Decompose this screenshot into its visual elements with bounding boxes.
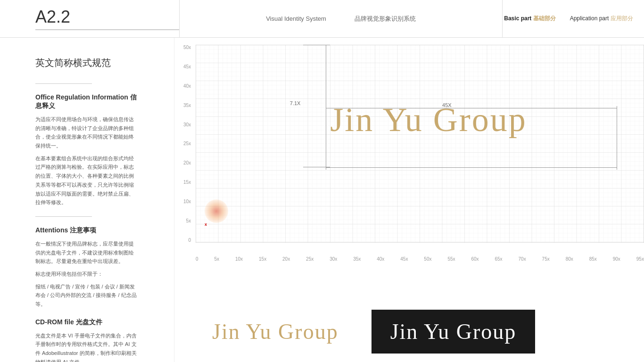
logo-light: Jin Yu Group <box>193 310 357 354</box>
x-label-20: 20x <box>282 256 290 262</box>
x-label-65: 65x <box>495 256 502 262</box>
measure-bottom-line <box>326 167 617 168</box>
heatmap-x-label: x <box>205 222 207 227</box>
chart-logo-text: Jin Yu Group <box>330 100 527 140</box>
sub-section-cdrom: CD-ROM file 光盘文件 光盘文件是本 VI 手册电子文件的集合，内含手… <box>35 318 139 362</box>
x-label-40: 40x <box>377 256 384 262</box>
header-right: Basic part 基础部分 Application part 应用部分 <box>503 15 644 23</box>
y-label-25: 25x <box>183 141 191 146</box>
x-label-45: 45x <box>400 256 408 262</box>
x-label-55: 55x <box>447 256 455 262</box>
header-center: Visual Identity System 品牌视觉形象识别系统 <box>179 0 503 37</box>
x-label-30: 30x <box>330 256 337 262</box>
y-label-5: 5x <box>186 218 191 223</box>
svg-rect-1 <box>196 45 644 243</box>
chart-area: 50x 45x 40x 35x 30x 25x 20x 15x 10x 5x 0 <box>174 38 644 264</box>
x-label-60: 60x <box>471 256 479 262</box>
measure-7x-label: 7.1X <box>290 100 301 106</box>
y-axis: 50x 45x 40x 35x 30x 25x 20x 15x 10x 5x 0 <box>174 45 193 243</box>
measure-7x-bottom-line <box>303 167 330 167</box>
header-title-en: Visual Identity System <box>266 15 326 22</box>
x-label-75: 75x <box>542 256 550 262</box>
logo-dark: Jin Yu Group <box>390 319 517 344</box>
nav-basic[interactable]: Basic part 基础部分 <box>504 15 555 23</box>
sub-section-attentions: Attentions 注意事项 在一般情况下使用品牌标志，应尽量使用提供的光盘电… <box>35 226 139 309</box>
logo-dark-bg: Jin Yu Group <box>372 310 536 354</box>
body-text-1a: 为适应不同使用场合与环境，确保信息传达的清晰与准确，特设计了企业品牌的多种组合，… <box>35 115 139 150</box>
divider-1 <box>35 83 92 84</box>
y-label-45: 45x <box>183 64 191 69</box>
divider-2 <box>35 216 92 217</box>
y-label-10: 10x <box>183 199 191 204</box>
x-label-90: 90x <box>613 256 620 262</box>
x-label-70: 70x <box>519 256 526 262</box>
body-text-2c: 报纸 / 电视广告 / 宣传 / 包装 / 会议 / 新闻发布会 / 公司内外部… <box>35 282 139 309</box>
y-label-40: 40x <box>183 83 191 89</box>
x-label-50: 50x <box>424 256 431 262</box>
header-title-cn: 品牌视觉形象识别系统 <box>355 15 416 23</box>
measure-7x-vert <box>326 45 326 167</box>
body-text-1b: 在基本要素组合系统中出现的组合形式均经过严格的测算与检验。在实际应用中，标志的位… <box>35 154 139 207</box>
measure-7x-top-line <box>303 45 330 45</box>
header-left: A2.2 <box>0 7 179 30</box>
measure-right-vert <box>617 108 617 167</box>
x-label-15: 15x <box>259 256 266 262</box>
x-label-5: 5x <box>214 256 219 262</box>
y-label-30: 30x <box>183 122 191 127</box>
grid-svg <box>196 45 644 243</box>
x-label-25: 25x <box>306 256 314 262</box>
bottom-logos: Jin Yu Group Jin Yu Group <box>174 301 644 362</box>
y-label-20: 20x <box>183 160 191 165</box>
section-title: 英文简称横式规范 <box>35 57 139 69</box>
y-label-15: 15x <box>183 180 191 185</box>
grid-wrapper: x 45X 7.1X Jin Yu Group <box>196 45 644 243</box>
x-label-80: 80x <box>566 256 573 262</box>
x-label-85: 85x <box>589 256 597 262</box>
main-content: 50x 45x 40x 35x 30x 25x 20x 15x 10x 5x 0 <box>174 38 644 362</box>
sidebar: 英文简称横式规范 Office Regulation Information 信… <box>0 38 174 362</box>
page-number: A2.2 <box>35 7 179 30</box>
y-label-35: 35x <box>183 103 191 108</box>
y-label-50: 50x <box>183 45 191 50</box>
sub-title-2: Attentions 注意事项 <box>35 226 139 235</box>
sub-title-3: CD-ROM file 光盘文件 <box>35 318 139 327</box>
sub-title-1: Office Regulation Information 信息释义 <box>35 93 139 110</box>
x-label-0: 0 <box>196 256 198 262</box>
body-text-2b: 标志使用环境包括但不限于： <box>35 270 139 279</box>
x-label-10: 10x <box>235 256 243 262</box>
x-label-35: 35x <box>353 256 361 262</box>
x-label-95: 95x <box>636 256 644 262</box>
nav-application[interactable]: Application part 应用部分 <box>570 15 633 23</box>
header: A2.2 Visual Identity System 品牌视觉形象识别系统 B… <box>0 0 644 38</box>
body-text-2a: 在一般情况下使用品牌标志，应尽量使用提供的光盘电子文件，不建议使用标准制图绘制标… <box>35 239 139 266</box>
heatmap <box>205 199 228 223</box>
x-axis: 0 5x 10x 15x 20x 25x 30x 35x 40x 45x 50x… <box>196 256 644 262</box>
y-label-0: 0 <box>188 238 191 243</box>
body-text-3: 光盘文件是本 VI 手册电子文件的集合，内含手册制作时的专用软件格式文件。其中 … <box>35 331 139 362</box>
